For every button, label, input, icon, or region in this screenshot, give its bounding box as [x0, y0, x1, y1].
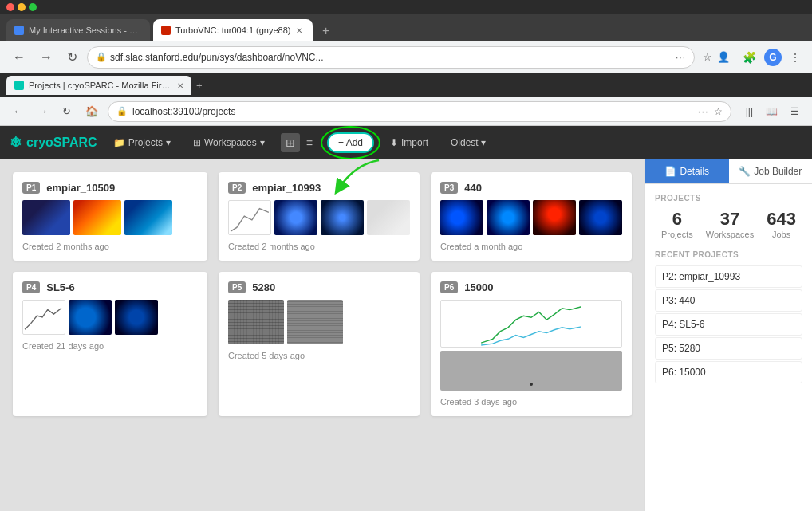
project-images-p4 — [22, 300, 198, 335]
inner-reader-btn[interactable]: 📖 — [761, 103, 782, 120]
inner-address-bar[interactable]: 🔒 localhost:39100/projects ··· ☆ — [108, 101, 731, 122]
recent-item-p4[interactable]: P4: SL5-6 — [655, 313, 802, 336]
project-date-p3: Created a month ago — [440, 242, 622, 251]
job-builder-tab-label: Job Builder — [754, 166, 802, 177]
sort-chevron-icon: ▾ — [481, 137, 486, 148]
sidebar-tabs: 📄 Details 🔧 Job Builder — [645, 159, 812, 184]
recent-items-list: P2: empiar_10993 P3: 440 P4: SL5-6 P5: 5… — [655, 265, 802, 383]
inner-menu-btn[interactable]: ☰ — [786, 103, 804, 120]
list-view-btn[interactable]: ≡ — [302, 133, 317, 152]
projects-chevron-icon: ▾ — [166, 137, 171, 148]
details-tab[interactable]: 📄 Details — [645, 159, 729, 183]
project-date-p4: Created 21 days ago — [22, 341, 198, 351]
inner-nav-bar: ← → ↻ 🏠 🔒 localhost:39100/projects ··· ☆… — [0, 97, 812, 126]
inner-address-text: localhost:39100/projects — [132, 106, 235, 117]
project-header: P6 15000 — [440, 281, 622, 293]
nav-right-controls: 🧩 G ⋮ — [739, 48, 804, 67]
thumb-p2-4 — [367, 200, 410, 235]
project-date-p1: Created 2 months ago — [22, 242, 198, 251]
import-btn[interactable]: ⬇ Import — [384, 134, 435, 151]
nav-forward[interactable]: → — [35, 47, 57, 68]
add-btn-wrapper: + Add — [327, 132, 374, 153]
projects-nav-label: Projects — [128, 137, 163, 148]
profile-icon[interactable]: 👤 — [717, 51, 730, 63]
sidebar: 📄 Details 🔧 Job Builder PROJECTS 6 Proje… — [644, 159, 812, 511]
tab2-title: TurboVNC: tur004:1 (gnye88) — [175, 26, 291, 35]
projects-section-title: PROJECTS — [655, 194, 802, 202]
inner-sidebar-btn[interactable]: ||| — [741, 103, 758, 120]
jobs-num: 643 — [767, 209, 796, 230]
job-builder-tab[interactable]: 🔧 Job Builder — [729, 159, 813, 183]
project-name-p4: SL5-6 — [46, 281, 74, 293]
project-id-p6: P6 — [440, 281, 458, 293]
project-id-p2: P2 — [228, 182, 246, 194]
project-id-p1: P1 — [22, 182, 40, 194]
thumb-p3-2 — [487, 200, 530, 235]
project-card-p2[interactable]: P2 empiar_10993 Created 2 months — [219, 172, 420, 261]
projects-stat-label: Projects — [661, 230, 693, 239]
add-button[interactable]: + Add — [327, 132, 374, 153]
project-images-p5 — [228, 300, 410, 344]
inner-bookmark-icon[interactable]: ☆ — [714, 106, 723, 117]
inner-refresh[interactable]: ↻ — [57, 102, 76, 120]
grid-icon: ⊞ — [193, 137, 201, 148]
extensions-btn[interactable]: 🧩 — [739, 48, 759, 67]
inner-tab-close[interactable]: ✕ — [177, 81, 183, 90]
browser-tab-1[interactable]: My Interactive Sessions - SDF ... — [6, 19, 150, 41]
project-id-p3: P3 — [440, 182, 458, 194]
recent-item-p5[interactable]: P5: 5280 — [655, 337, 802, 360]
recent-item-p2[interactable]: P2: empiar_10993 — [655, 265, 802, 288]
project-date-p5: Created 5 days ago — [228, 351, 410, 360]
inner-new-tab[interactable]: + — [196, 80, 203, 92]
bookmark-icon[interactable]: ☆ — [703, 51, 712, 63]
project-card-p5[interactable]: P5 5280 Created 5 days ago — [219, 272, 420, 416]
recent-item-p3[interactable]: P3: 440 — [655, 289, 802, 312]
recent-item-p6[interactable]: P6: 15000 — [655, 361, 802, 383]
project-header: P1 empiar_10509 — [22, 182, 198, 194]
project-card-p4[interactable]: P4 SL5-6 Created 21 days ago — [13, 272, 207, 416]
tab2-close[interactable]: ✕ — [296, 26, 302, 35]
inner-tab-title: Projects | cryoSPARC - Mozilla Firefox — [29, 81, 172, 90]
project-date-p6: Created 3 days ago — [440, 397, 622, 407]
project-images-p2 — [228, 200, 410, 235]
snowflake-icon: ❄ — [10, 134, 22, 151]
project-date-p2: Created 2 months ago — [228, 242, 410, 251]
thumb-p4-3 — [115, 300, 158, 335]
thumb-p3-4 — [579, 200, 622, 235]
browser-tab-2[interactable]: TurboVNC: tur004:1 (gnye88) ✕ — [153, 19, 313, 41]
nav-refresh[interactable]: ↻ — [62, 46, 82, 68]
grid-view-btn[interactable]: ⊞ — [281, 133, 300, 152]
project-header: P2 empiar_10993 — [228, 182, 410, 194]
project-card-p6[interactable]: P6 15000 Creat — [431, 272, 632, 416]
sort-btn[interactable]: Oldest ▾ — [444, 134, 492, 151]
nav-back[interactable]: ← — [8, 47, 30, 68]
security-icon: 🔒 — [96, 52, 107, 62]
thumb-p1-2 — [73, 200, 121, 235]
project-images-p1 — [22, 200, 198, 235]
app-topbar: ❄ cryoSPARC 📁 Projects ▾ ⊞ Workspaces ▾ … — [0, 126, 812, 159]
inner-back[interactable]: ← — [8, 102, 28, 120]
new-tab-button[interactable]: + — [319, 21, 333, 41]
workspaces-nav-btn[interactable]: ⊞ Workspaces ▾ — [187, 134, 271, 151]
g-account-icon[interactable]: G — [764, 49, 782, 66]
projects-stat: 6 Projects — [661, 209, 693, 239]
inner-browser-tab-bar: Projects | cryoSPARC - Mozilla Firefox ✕… — [0, 73, 812, 97]
project-name-p6: 15000 — [464, 281, 493, 293]
thumb-p2-3 — [321, 200, 364, 235]
address-bar[interactable]: 🔒 sdf.slac.stanford.edu/pun/sys/dashboar… — [87, 46, 695, 69]
project-id-p5: P5 — [228, 281, 246, 293]
inner-tab-favicon — [14, 81, 24, 90]
inner-home[interactable]: 🏠 — [81, 102, 103, 120]
browser-tab-bar: My Interactive Sessions - SDF ... TurboV… — [0, 14, 812, 41]
logo-text: cryoSPARC — [26, 136, 97, 150]
import-label: Import — [401, 137, 428, 148]
project-card-p1[interactable]: P1 empiar_10509 Created 2 months ago — [13, 172, 207, 261]
projects-nav-btn[interactable]: 📁 Projects ▾ — [107, 134, 177, 151]
project-card-p3[interactable]: P3 440 Created a month ago — [431, 172, 632, 261]
sort-label: Oldest — [451, 137, 479, 148]
browser-menu-btn[interactable]: ⋮ — [786, 48, 804, 67]
main-layout: P1 empiar_10509 Created 2 months ago P2 … — [0, 159, 812, 511]
details-tab-label: Details — [680, 166, 709, 177]
inner-forward[interactable]: → — [33, 102, 53, 120]
inner-tab[interactable]: Projects | cryoSPARC - Mozilla Firefox ✕ — [6, 76, 191, 95]
